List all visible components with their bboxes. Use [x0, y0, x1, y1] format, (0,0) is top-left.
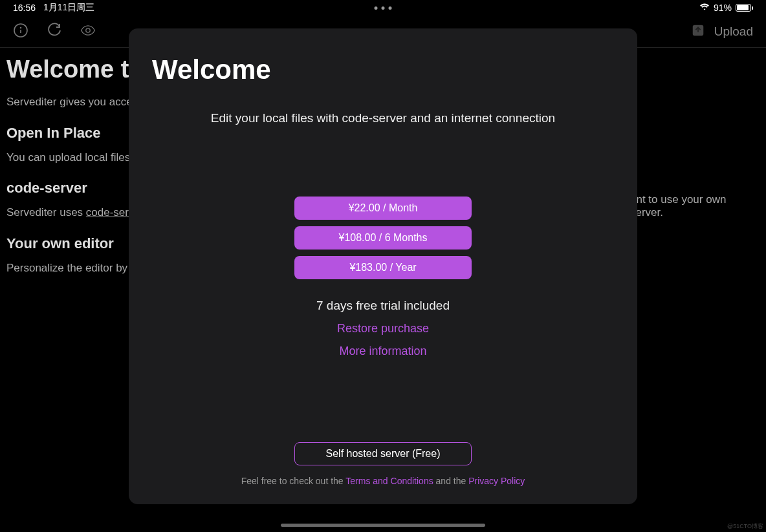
- legal-mid: and the: [433, 476, 469, 486]
- home-indicator[interactable]: [281, 524, 485, 527]
- legal-text: Feel free to check out the Terms and Con…: [241, 476, 525, 486]
- watermark: @51CTO博客: [727, 522, 763, 531]
- price-year-button[interactable]: ¥183.00 / Year: [294, 256, 472, 279]
- price-6months-button[interactable]: ¥108.00 / 6 Months: [294, 226, 472, 250]
- price-button-group: ¥22.00 / Month ¥108.00 / 6 Months ¥183.0…: [152, 197, 614, 279]
- restore-purchase-link[interactable]: Restore purchase: [152, 322, 614, 335]
- modal-title: Welcome: [152, 54, 614, 85]
- more-information-link[interactable]: More information: [152, 345, 614, 358]
- price-month-button[interactable]: ¥22.00 / Month: [294, 197, 472, 220]
- welcome-modal: Welcome Edit your local files with code-…: [129, 28, 637, 504]
- privacy-link[interactable]: Privacy Policy: [468, 476, 525, 486]
- trial-text: 7 days free trial included: [152, 299, 614, 313]
- legal-prefix: Feel free to check out the: [241, 476, 346, 486]
- terms-link[interactable]: Terms and Conditions: [345, 476, 433, 486]
- self-hosted-button[interactable]: Self hosted server (Free): [294, 442, 472, 465]
- modal-subtitle: Edit your local files with code-server a…: [152, 111, 614, 125]
- modal-overlay: Welcome Edit your local files with code-…: [0, 0, 766, 532]
